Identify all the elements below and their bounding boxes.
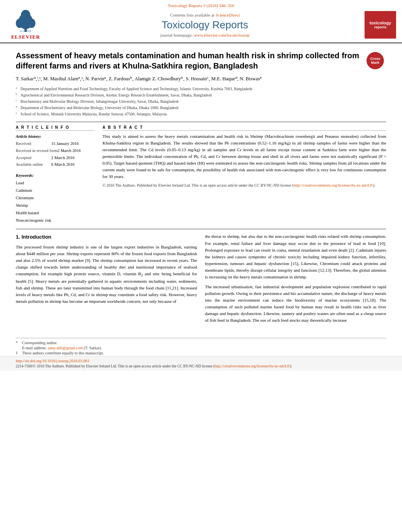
article-title-section: Assessment of heavy metals contamination… <box>16 50 386 71</box>
article-info-column: A R T I C L E I N F O Article history: R… <box>16 125 95 224</box>
citation-text: Toxicology Reports 3 (2016) 346–350 <box>168 3 234 8</box>
top-citation-bar: Toxicology Reports 3 (2016) 346–350 <box>0 3 402 8</box>
abstract-label: A B S T R A C T <box>102 125 386 131</box>
journal-header: Toxicology Reports 3 (2016) 346–350 ELSE… <box>0 0 402 43</box>
history-key: Received in revised form <box>16 147 58 154</box>
history-key: Accepted <box>16 154 51 161</box>
keyword-item: Shrimp <box>16 202 95 209</box>
history-row: Received in revised form2 March 2016 <box>16 147 95 154</box>
affiliation-line: eSchool of Science, Monash University Ma… <box>16 111 386 117</box>
footnote-email: E-mail address: tama.anfi@gmail.com (T. … <box>16 346 386 350</box>
article-history-block: Article history: Received15 January 2016… <box>16 133 95 168</box>
footnote-sym-email <box>16 346 22 350</box>
history-value: 2 March 2016 <box>58 147 81 154</box>
cc-license-link[interactable]: http://creativecommons.org/licenses/by-n… <box>294 183 373 187</box>
elsevier-tree-icon: ELSEVIER <box>12 9 39 33</box>
sciencedirect-link[interactable]: ScienceDirect <box>216 13 240 17</box>
tox-logo-title: toxicology <box>369 20 391 25</box>
contents-text: Contents lists available at <box>170 13 214 17</box>
footnote-corresponding-text: Corresponding author. <box>22 341 57 345</box>
authors-line: T. Sarkarᵃ,⁾,¹, M. Masihul Alamᵃ,¹, N. P… <box>16 75 386 83</box>
keywords-label: Keywords: <box>16 173 34 178</box>
body-col-right: the threat to shrimp, but also due to th… <box>205 233 386 327</box>
history-row: Accepted2 March 2016 <box>16 154 95 161</box>
affil-sup: d <box>16 105 20 111</box>
info-abstract-cols: A R T I C L E I N F O Article history: R… <box>16 125 386 224</box>
abstract-column: A B S T R A C T This study is aimed to a… <box>102 125 386 224</box>
history-key: Received <box>16 140 51 147</box>
crossmark-icon: CrossMark <box>367 52 384 69</box>
affil-sup: e <box>16 111 20 117</box>
footnote-sym-star: * <box>16 341 22 345</box>
affiliation-line: bAgrochemical and Environmental Research… <box>16 92 386 98</box>
history-key: Available online <box>16 161 51 168</box>
article-footnotes: * Corresponding author. E-mail address: … <box>16 338 386 355</box>
article-title: Assessment of heavy metals contamination… <box>16 50 363 71</box>
crossmark-logo[interactable]: CrossMark <box>367 52 386 69</box>
svg-text:ELSEVIER: ELSEVIER <box>20 30 31 32</box>
affiliations-block: aDepartment of Applied Nutrition and Foo… <box>16 86 386 117</box>
copyright-line: © 2016 The Authors. Published by Elsevie… <box>102 182 386 188</box>
intro-para-2: the threat to shrimp, but also due to th… <box>205 233 386 280</box>
homepage-label: journal homepage: <box>160 33 193 37</box>
section1-heading: 1. Introduction <box>16 233 197 241</box>
homepage-url[interactable]: www.elsevier.com/locate/toxrep <box>194 33 250 37</box>
affil-sup: b <box>16 92 20 98</box>
footnote-equal-text: These authors contribute equally to this… <box>22 351 104 355</box>
footnote-sym-1: 1 <box>16 351 22 355</box>
affil-text: Biochemistry and Molecular Biology Divis… <box>20 98 179 104</box>
keyword-item: Noncarcinogenic risk <box>16 217 95 224</box>
affil-sup: c <box>16 98 20 104</box>
toxicology-reports-logo: toxicology reports <box>363 11 398 39</box>
keyword-item: Cadmium <box>16 187 95 195</box>
header-content: ELSEVIER ELSEVIER Contents lists availab… <box>0 9 402 43</box>
tox-logo-sub: reports <box>374 25 386 29</box>
body-content: 1. Introduction The processed frozen shr… <box>16 233 386 327</box>
svg-point-4 <box>21 10 30 21</box>
history-value: 6 March 2016 <box>51 161 74 168</box>
footnote-equal-contrib: 1 These authors contribute equally to th… <box>16 351 386 355</box>
homepage-line: journal homepage: www.elsevier.com/locat… <box>47 33 363 37</box>
divider-top <box>16 122 386 122</box>
authors-text: T. Sarkarᵃ,⁾,¹, M. Masihul Alamᵃ,¹, N. P… <box>16 76 262 82</box>
keyword-item: Health hazard <box>16 209 95 217</box>
history-row: Available online6 March 2016 <box>16 161 95 168</box>
tox-logo-box: toxicology reports <box>365 11 396 39</box>
footnote-corresponding: * Corresponding author. <box>16 341 386 345</box>
affil-text: School of Science, Monash University Mal… <box>20 111 167 117</box>
footer-cc-link[interactable]: http://creativecommons.org/licenses/by-n… <box>214 364 290 368</box>
svg-point-3 <box>28 19 35 28</box>
affiliation-line: cBiochemistry and Molecular Biology Divi… <box>16 98 386 104</box>
journal-title: Toxicology Reports <box>47 19 363 31</box>
abstract-text: This study is aimed to assess the heavy … <box>102 133 386 180</box>
journal-center: Contents lists available at ScienceDirec… <box>47 13 363 37</box>
bottom-bar: http://dx.doi.org/10.1016/j.toxrep.2016.… <box>0 356 402 371</box>
affil-text: Department of Biochemistry and Molecular… <box>20 105 179 111</box>
divider-mid <box>16 229 386 229</box>
doi-link[interactable]: http://dx.doi.org/10.1016/j.toxrep.2016.… <box>16 359 89 363</box>
affil-sup: a <box>16 86 20 92</box>
keyword-item: Chromium <box>16 195 95 202</box>
bottom-copyright-text: 2214-7500/© 2016 The Authors. Published … <box>16 364 386 368</box>
elsevier-label: ELSEVIER <box>11 34 40 40</box>
affil-text: Agrochemical and Environmental Research … <box>20 92 212 98</box>
elsevier-logo: ELSEVIER ELSEVIER <box>4 9 47 40</box>
keyword-item: Lead <box>16 180 95 187</box>
history-value: 2 March 2016 <box>51 154 74 161</box>
history-value: 15 January 2016 <box>51 140 78 147</box>
history-row: Received15 January 2016 <box>16 140 95 147</box>
email-link[interactable]: tama.anfi@gmail.com <box>48 346 83 350</box>
affiliation-line: dDepartment of Biochemistry and Molecula… <box>16 105 386 111</box>
intro-para-1: The processed frozen shrimp industry is … <box>16 244 197 305</box>
history-label: Article history: <box>16 133 95 140</box>
affil-text: Department of Applied Nutrition and Food… <box>20 86 252 92</box>
affiliation-line: aDepartment of Applied Nutrition and Foo… <box>16 86 386 92</box>
article-info-label: A R T I C L E I N F O <box>16 125 95 131</box>
body-col-left: 1. Introduction The processed frozen shr… <box>16 233 197 327</box>
keywords-block: Keywords: LeadCadmiumChromiumShrimpHealt… <box>16 172 95 224</box>
sciencedirect-line: Contents lists available at ScienceDirec… <box>47 13 363 17</box>
svg-point-2 <box>16 19 24 28</box>
article-body: Assessment of heavy metals contamination… <box>0 43 402 334</box>
footnote-email-text: E-mail address: tama.anfi@gmail.com (T. … <box>22 346 102 350</box>
intro-para-3: The increased urbanisation, fast industr… <box>205 284 386 324</box>
